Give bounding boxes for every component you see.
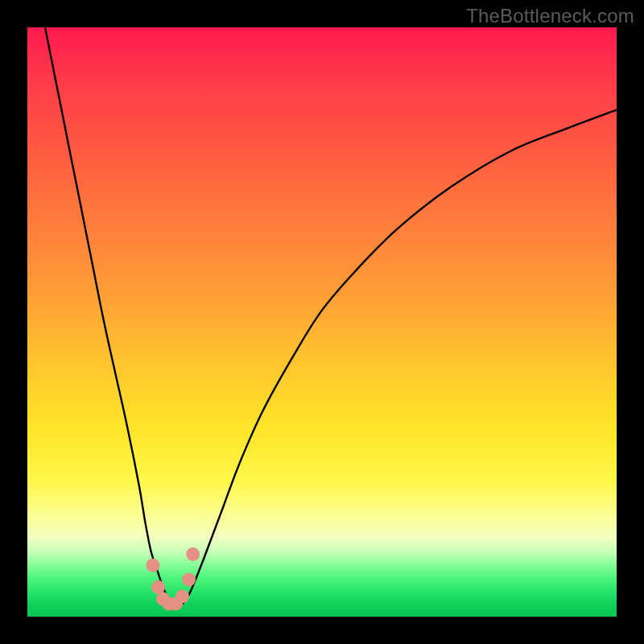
optimum-marker [182, 572, 196, 586]
plot-area [27, 27, 617, 617]
optimum-marker [146, 559, 159, 572]
chart-svg [27, 27, 617, 617]
optimum-marker [186, 547, 200, 561]
watermark-text: TheBottleneck.com [466, 5, 634, 27]
optimum-markers [146, 547, 200, 611]
optimum-marker [151, 580, 165, 594]
chart-frame: TheBottleneck.com [0, 0, 644, 644]
bottleneck-curve [45, 27, 617, 605]
optimum-marker [175, 590, 189, 604]
